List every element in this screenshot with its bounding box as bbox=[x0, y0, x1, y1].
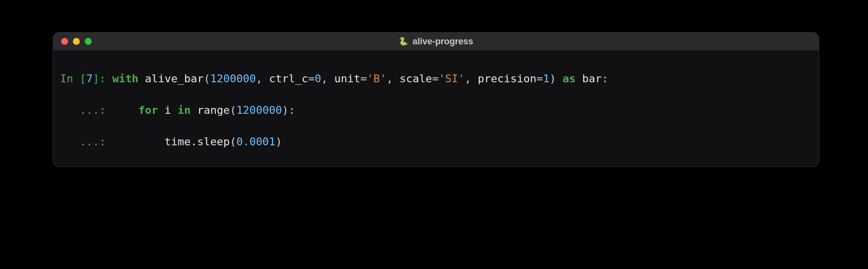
range-arg: 1200000 bbox=[236, 104, 282, 116]
arg-prec-key: precision bbox=[478, 72, 536, 85]
python-icon: 🐍 bbox=[399, 37, 408, 45]
terminal-body[interactable]: In [7]: with alive_bar(1200000, ctrl_c=0… bbox=[53, 50, 819, 167]
prompt-cont: ...: bbox=[60, 135, 112, 148]
code-line-2: ...: for i in range(1200000): bbox=[60, 102, 812, 118]
minimize-icon[interactable] bbox=[73, 38, 80, 45]
zoom-icon[interactable] bbox=[85, 38, 92, 45]
kw-for: for bbox=[138, 104, 158, 116]
code-line-1: In [7]: with alive_bar(1200000, ctrl_c=0… bbox=[60, 71, 812, 87]
window-title: 🐍 alive-progress bbox=[53, 36, 819, 47]
arg-ctrlc-val: 0 bbox=[315, 72, 321, 85]
indent bbox=[112, 135, 165, 148]
call-sleep: time.sleep bbox=[165, 135, 230, 148]
fn-alive-bar: alive_bar bbox=[145, 72, 203, 85]
arg-ctrlc-key: ctrl_c bbox=[269, 72, 308, 85]
prompt-open-bracket: [ bbox=[80, 72, 86, 85]
prompt-in: In bbox=[60, 72, 80, 85]
arg-total: 1200000 bbox=[210, 72, 256, 85]
kw-as: as bbox=[563, 72, 576, 85]
arg-unit-val: 'B' bbox=[367, 72, 387, 85]
kw-with: with bbox=[112, 72, 138, 85]
arg-scale-key: scale bbox=[400, 72, 432, 85]
code-line-4: ...: bar() bbox=[60, 166, 812, 167]
prompt-index: 7 bbox=[86, 72, 93, 85]
arg-unit-key: unit bbox=[334, 72, 360, 85]
stage: 🐍 alive-progress In [7]: with alive_bar(… bbox=[0, 0, 868, 269]
sleep-arg: 0.0001 bbox=[236, 135, 275, 148]
var-i: i bbox=[165, 104, 171, 116]
prompt-close-bracket: ]: bbox=[93, 72, 112, 85]
prompt-cont: ...: bbox=[60, 104, 112, 116]
traffic-lights bbox=[53, 38, 92, 45]
kw-in: in bbox=[177, 104, 191, 116]
arg-scale-val: 'SI' bbox=[438, 72, 465, 85]
arg-prec-val: 1 bbox=[543, 72, 549, 85]
close-icon[interactable] bbox=[61, 38, 68, 45]
titlebar[interactable]: 🐍 alive-progress bbox=[53, 33, 819, 50]
fn-range: range bbox=[197, 104, 230, 116]
terminal-window: 🐍 alive-progress In [7]: with alive_bar(… bbox=[53, 33, 819, 167]
var-bar: bar bbox=[582, 72, 602, 85]
code-line-3: ...: time.sleep(0.0001) bbox=[60, 134, 812, 150]
indent bbox=[112, 104, 138, 116]
window-title-text: alive-progress bbox=[412, 36, 473, 47]
